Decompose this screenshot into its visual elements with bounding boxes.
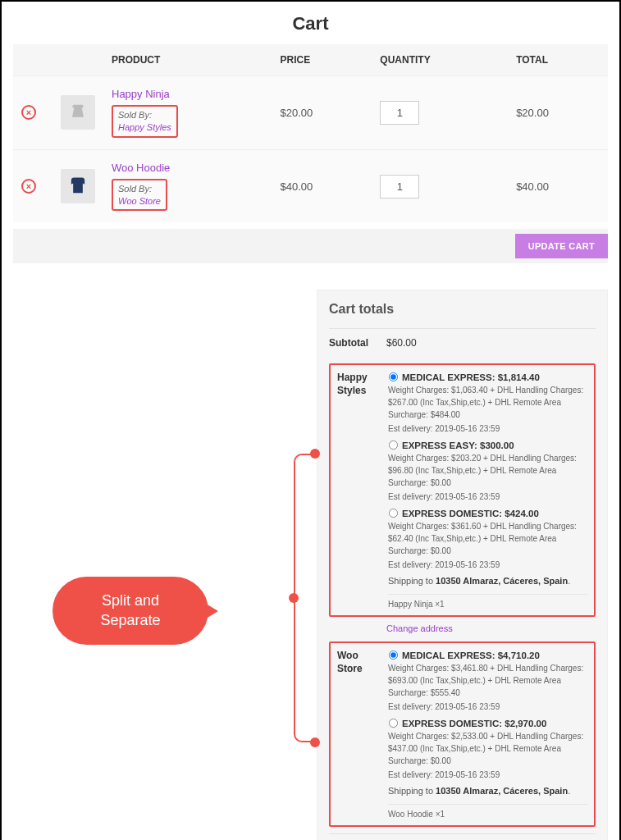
shipping-eta: Est delivery: 2019-05-16 23:59 bbox=[388, 769, 587, 781]
vendor-link[interactable]: Woo Store bbox=[118, 195, 161, 208]
shipping-option-label: MEDICAL EXPRESS: $1,814.40 bbox=[402, 372, 540, 382]
cart-table: PRODUCT PRICE QUANTITY TOTAL ×Happy Ninj… bbox=[13, 44, 608, 222]
col-total: TOTAL bbox=[508, 44, 608, 76]
callout-line1: Split and bbox=[75, 591, 185, 610]
quantity-input[interactable] bbox=[380, 101, 419, 125]
shipping-option-label: EXPRESS EASY: $300.00 bbox=[402, 441, 514, 450]
item-price: $20.00 bbox=[272, 76, 372, 150]
shipping-radio[interactable] bbox=[389, 719, 398, 728]
product-thumbnail[interactable] bbox=[61, 169, 95, 203]
quantity-input[interactable] bbox=[380, 175, 419, 199]
shipping-radio[interactable] bbox=[389, 509, 398, 518]
shipping-detail: Weight Charges: $1,063.40 + DHL Handling… bbox=[388, 384, 587, 421]
shipping-eta: Est delivery: 2019-05-16 23:59 bbox=[388, 701, 587, 713]
col-qty: QUANTITY bbox=[372, 44, 508, 76]
shipping-eta: Est delivery: 2019-05-16 23:59 bbox=[388, 491, 587, 503]
remove-item-button[interactable]: × bbox=[21, 105, 36, 120]
shipping-vendor: Woo Store bbox=[337, 650, 381, 819]
shipping-detail: Weight Charges: $361.60 + DHL Handling C… bbox=[388, 520, 587, 557]
page-title: Cart bbox=[13, 13, 608, 34]
shipping-detail: Weight Charges: $2,533.00 + DHL Handling… bbox=[388, 730, 587, 767]
shipping-vendor: Happy Styles bbox=[337, 372, 381, 609]
callout-line2: Separate bbox=[75, 611, 185, 630]
shipping-detail: Weight Charges: $3,461.80 + DHL Handling… bbox=[388, 662, 587, 699]
sold-by-label: Sold By: bbox=[118, 110, 152, 120]
shipping-option-label: EXPRESS DOMESTIC: $2,970.00 bbox=[402, 719, 546, 728]
table-row: ×Woo HoodieSold By:Woo Store$40.00$40.00 bbox=[13, 149, 608, 222]
table-row: ×Happy NinjaSold By:Happy Styles$20.00$2… bbox=[13, 76, 608, 150]
shipping-option[interactable]: MEDICAL EXPRESS: $1,814.40 bbox=[388, 372, 587, 382]
shipping-radio[interactable] bbox=[389, 651, 398, 660]
sold-by-label: Sold By: bbox=[118, 184, 152, 194]
change-address-link[interactable]: Change address bbox=[329, 623, 596, 633]
shipping-option[interactable]: EXPRESS DOMESTIC: $2,970.00 bbox=[388, 718, 587, 728]
cart-totals-box: Cart totals Subtotal $60.00 Happy Styles… bbox=[317, 290, 608, 840]
shipping-option[interactable]: MEDICAL EXPRESS: $4,710.20 bbox=[388, 650, 587, 660]
product-thumbnail[interactable] bbox=[61, 95, 95, 130]
shipping-option[interactable]: EXPRESS EASY: $300.00 bbox=[388, 440, 587, 450]
shipping-contents: Happy Ninja ×1 bbox=[388, 594, 587, 609]
shipping-eta: Est delivery: 2019-05-16 23:59 bbox=[388, 422, 587, 435]
item-total: $40.00 bbox=[508, 149, 608, 222]
shipping-radio[interactable] bbox=[389, 372, 398, 381]
remove-item-button[interactable]: × bbox=[21, 179, 36, 194]
product-link[interactable]: Woo Hoodie bbox=[112, 162, 170, 174]
product-link[interactable]: Happy Ninja bbox=[112, 88, 170, 100]
shipping-group: Woo StoreMEDICAL EXPRESS: $4,710.20Weigh… bbox=[329, 641, 596, 827]
shipping-option-label: MEDICAL EXPRESS: $4,710.20 bbox=[402, 651, 540, 660]
subtotal-label: Subtotal bbox=[329, 337, 386, 349]
shipping-eta: Est delivery: 2019-05-16 23:59 bbox=[388, 559, 587, 571]
shipping-radio[interactable] bbox=[389, 441, 398, 450]
shipping-detail: Weight Charges: $203.20 + DHL Handling C… bbox=[388, 452, 587, 489]
shipping-option[interactable]: EXPRESS DOMESTIC: $424.00 bbox=[388, 508, 587, 518]
cart-totals-heading: Cart totals bbox=[329, 302, 596, 317]
item-total: $20.00 bbox=[508, 76, 608, 150]
col-price: PRICE bbox=[272, 44, 372, 76]
shipping-option-label: EXPRESS DOMESTIC: $424.00 bbox=[402, 509, 539, 518]
shipping-group: Happy StylesMEDICAL EXPRESS: $1,814.40We… bbox=[329, 363, 596, 617]
col-product: PRODUCT bbox=[103, 44, 272, 76]
callout-bracket bbox=[279, 454, 320, 742]
vendor-link[interactable]: Happy Styles bbox=[118, 121, 171, 134]
shipping-destination: Shipping to 10350 Almaraz, Cáceres, Spai… bbox=[388, 576, 587, 586]
shipping-contents: Woo Hoodie ×1 bbox=[388, 804, 587, 819]
callout: Split and Separate bbox=[53, 577, 208, 645]
subtotal-value: $60.00 bbox=[386, 337, 417, 349]
shipping-destination: Shipping to 10350 Almaraz, Cáceres, Spai… bbox=[388, 786, 587, 796]
update-cart-button[interactable]: UPDATE CART bbox=[515, 234, 608, 258]
item-price: $40.00 bbox=[272, 149, 372, 222]
